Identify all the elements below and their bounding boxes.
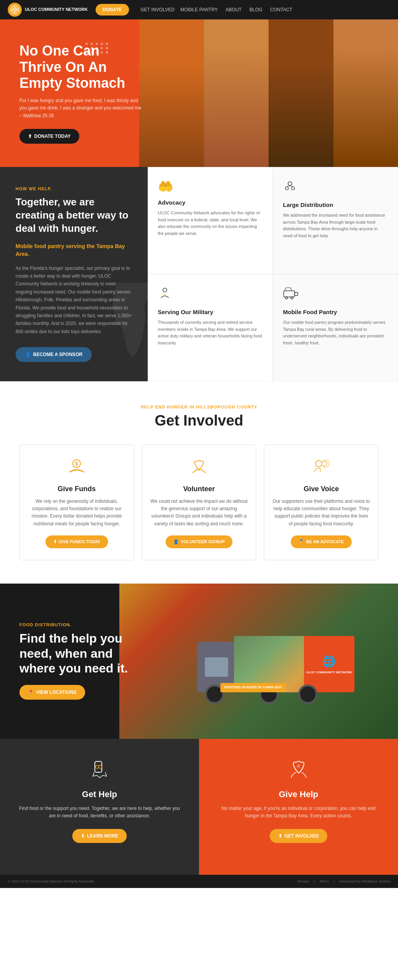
sponsor-button[interactable]: 👤 BECOME A SPONSOR bbox=[16, 347, 92, 362]
footer-links: Privacy | Terms | Developed by Mindlapse… bbox=[298, 879, 390, 883]
service-advocacy: 🤲 Advocacy ULOC Community Network advoca… bbox=[148, 167, 273, 274]
nav-links: GET INVOLVED MOBILE PANTRY ABOUT BLOG CO… bbox=[141, 7, 293, 12]
svg-point-6 bbox=[292, 187, 295, 190]
nav-link-about[interactable]: ABOUT bbox=[225, 7, 241, 12]
services-grid: 🤲 Advocacy ULOC Community Network advoca… bbox=[148, 167, 398, 381]
footer: © 2023 ULOC Community Network All Rights… bbox=[0, 875, 398, 888]
advocate-button[interactable]: 🏅 BE AN ADVOCATE bbox=[291, 535, 351, 548]
distribution-title: Large Distribution bbox=[283, 202, 388, 208]
nav-link-mobile-pantry[interactable]: MOBILE PANTRY bbox=[180, 7, 218, 12]
give-help-title: Give Help bbox=[215, 789, 382, 799]
involved-label: HELP END HUNGER IN HILLSBOROUGH COUNTY bbox=[19, 405, 379, 409]
give-funds-icon: $ bbox=[28, 457, 126, 480]
volunteer-title: Volunteer bbox=[150, 485, 248, 493]
learn-more-button[interactable]: ⬆ LEARN MORE bbox=[72, 829, 127, 843]
nav-link-contact[interactable]: CONTACT bbox=[270, 7, 292, 12]
person-icon: 👤 bbox=[25, 352, 31, 357]
hero-title: No One Can Thrive On An Empty Stomach bbox=[19, 43, 144, 91]
give-funds-title: Give Funds bbox=[28, 485, 126, 493]
volunteer-card: Volunteer We could not achieve the impac… bbox=[142, 445, 257, 560]
involved-title: Get Involved bbox=[19, 412, 379, 429]
donate-icon: ⬆ bbox=[28, 134, 32, 139]
military-title: Serving Our Military bbox=[158, 309, 263, 315]
mobile-pantry-text: Our mobile food pantry program predomina… bbox=[283, 319, 388, 346]
footer-separator-1: | bbox=[314, 879, 315, 883]
nav-link-get-involved[interactable]: GET INVOLVED bbox=[141, 7, 175, 12]
give-voice-card: Give Voice Our supporters use their plat… bbox=[264, 445, 379, 560]
get-help-panel: Get Help Find food or the support you ne… bbox=[0, 739, 199, 875]
advocacy-title: Advocacy bbox=[158, 199, 263, 206]
distribution-icon bbox=[283, 179, 388, 196]
distribution-text: We addressed the increased need for food… bbox=[283, 212, 388, 239]
give-voice-text: Our supporters use their platforms and v… bbox=[272, 498, 370, 528]
svg-point-9 bbox=[163, 288, 167, 292]
service-military: Serving Our Military Thousands of curren… bbox=[148, 274, 273, 381]
navigation: ULOC COMMUNITY NETWORK DONATE GET INVOLV… bbox=[0, 0, 398, 19]
truck-illustration: 🌐 ULOC COMMUNITY NETWORK FIGHTING HUNGER… bbox=[159, 584, 398, 739]
food-label: FOOD DISTRIBUTION. bbox=[19, 622, 128, 627]
svg-point-4 bbox=[288, 182, 292, 186]
give-voice-title: Give Voice bbox=[272, 485, 370, 493]
get-help-title: Get Help bbox=[16, 789, 183, 799]
nav-donate-button[interactable]: DONATE bbox=[96, 4, 129, 16]
svg-line-7 bbox=[287, 186, 290, 187]
hero-subtitle: For I was hungry and you gave me food, I… bbox=[19, 97, 144, 120]
mobile-pantry-icon bbox=[283, 286, 388, 303]
volunteer-text: We could not achieve the impact we do wi… bbox=[150, 498, 248, 528]
svg-point-16 bbox=[316, 460, 322, 467]
volunteer-button[interactable]: 👤 VOLUNTEER SIGNUP bbox=[166, 535, 232, 548]
location-icon: 📍 bbox=[28, 690, 34, 695]
get-help-icon bbox=[16, 758, 183, 783]
view-locations-button[interactable]: 📍 VIEW LOCATIONS bbox=[19, 685, 85, 700]
how-subtitle: Mobile food pantry serving the Tampa Bay… bbox=[16, 243, 132, 258]
food-content: FOOD DISTRIBUTION. Find the help you nee… bbox=[0, 607, 148, 715]
logo-icon bbox=[8, 3, 22, 17]
how-section: HOW WE HELP. Together, we are creating a… bbox=[0, 167, 398, 381]
give-funds-button[interactable]: ⬆ GIVE FUNDS TODAY bbox=[45, 535, 108, 548]
volunteer-icon bbox=[150, 457, 248, 480]
get-help-text: Find food or the support you need. Toget… bbox=[16, 805, 183, 820]
footer-credit: Developed by Mindlapse Studios bbox=[339, 879, 390, 883]
get-involved-button[interactable]: ⬆ GET INVOLVED bbox=[270, 829, 327, 843]
hero-content: No One Can Thrive On An Empty Stomach Fo… bbox=[0, 27, 163, 159]
give-funds-btn-icon: ⬆ bbox=[53, 539, 57, 544]
svg-point-5 bbox=[285, 187, 288, 190]
fighting-hunger-badge: FIGHTING HUNGER IN TAMPA BAY bbox=[220, 683, 286, 692]
military-icon bbox=[158, 286, 263, 303]
give-help-panel: Give Help No matter your age, if you're … bbox=[199, 739, 398, 875]
advocacy-text: ULOC Community Network advocates for the… bbox=[158, 210, 263, 237]
svg-point-18 bbox=[96, 765, 99, 768]
footer-terms-link[interactable]: Terms bbox=[319, 879, 329, 883]
logo-text: ULOC COMMUNITY NETWORK bbox=[25, 7, 88, 12]
footer-copyright: © 2023 ULOC Community Network All Rights… bbox=[8, 879, 95, 883]
florida-map-decoration bbox=[105, 280, 159, 358]
svg-point-19 bbox=[99, 765, 102, 768]
give-funds-card: $ Give Funds We rely on the generosity o… bbox=[19, 445, 134, 560]
involved-cards: $ Give Funds We rely on the generosity o… bbox=[19, 445, 379, 560]
logo[interactable]: ULOC COMMUNITY NETWORK bbox=[8, 3, 88, 17]
nav-link-blog[interactable]: BLOG bbox=[250, 7, 262, 12]
bottom-split-section: Get Help Find food or the support you ne… bbox=[0, 739, 398, 875]
food-title: Find the help you need, when and where y… bbox=[19, 631, 128, 676]
svg-text:$: $ bbox=[75, 460, 78, 467]
hero-donate-button[interactable]: ⬆ DONATE TODAY bbox=[19, 129, 79, 144]
how-title: Together, we are creating a better way t… bbox=[16, 196, 132, 235]
hero-section: No One Can Thrive On An Empty Stomach Fo… bbox=[0, 19, 398, 167]
service-mobile-pantry: Mobile Food Pantry Our mobile food pantr… bbox=[273, 274, 398, 381]
how-left-panel: HOW WE HELP. Together, we are creating a… bbox=[0, 167, 148, 381]
give-funds-text: We rely on the generosity of individuals… bbox=[28, 498, 126, 528]
advocate-btn-icon: 🏅 bbox=[298, 539, 304, 544]
footer-privacy-link[interactable]: Privacy bbox=[298, 879, 309, 883]
footer-separator-2: | bbox=[334, 879, 335, 883]
svg-point-20 bbox=[297, 765, 300, 768]
service-distribution: Large Distribution We addressed the incr… bbox=[273, 167, 398, 274]
food-distribution-section: 🌐 ULOC COMMUNITY NETWORK FIGHTING HUNGER… bbox=[0, 584, 398, 739]
svg-rect-10 bbox=[284, 291, 295, 297]
give-help-text: No matter your age, if you're an individ… bbox=[215, 805, 382, 820]
learn-more-icon: ⬆ bbox=[81, 833, 85, 839]
give-voice-icon bbox=[272, 457, 370, 480]
military-text: Thousands of currently serving and retir… bbox=[158, 319, 263, 346]
svg-rect-11 bbox=[295, 292, 298, 295]
advocacy-icon: 🤲 bbox=[158, 179, 263, 194]
volunteer-btn-icon: 👤 bbox=[173, 539, 179, 544]
